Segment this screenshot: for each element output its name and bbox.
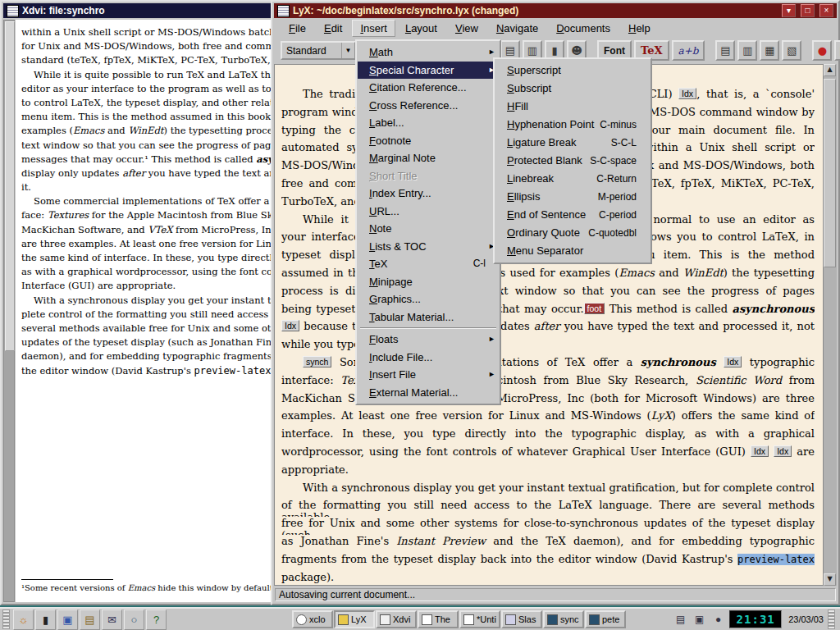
synch-inset-chip[interactable]: synch — [303, 356, 331, 368]
doc-line: Some commercial implementations of TeX o… — [21, 195, 272, 209]
menu-item-include-file[interactable]: Include File... — [358, 349, 499, 367]
system-tray: ▤▣● — [672, 611, 727, 628]
app-icon — [422, 614, 432, 625]
xdvi-scrollbar-thumb[interactable] — [5, 21, 15, 351]
menu-item-hyphenation-point[interactable]: Hyphenation PointC-minus — [495, 116, 650, 134]
menu-item-ordinary-quote[interactable]: Ordinary QuoteC-quotedbl — [495, 224, 650, 242]
menu-insert[interactable]: Insert — [352, 20, 395, 37]
scroll-down-icon[interactable]: ▼ — [824, 573, 836, 586]
document-scrollbar[interactable]: ▲ ▼ — [823, 64, 837, 586]
menu-item-index-entry[interactable]: Index Entry... — [358, 185, 499, 203]
power-tray-icon[interactable]: ● — [710, 611, 727, 628]
menu-help[interactable]: Help — [620, 20, 659, 37]
menu-item-ligature-break[interactable]: Ligature BreakS-C-L — [495, 134, 650, 152]
figure-icon[interactable]: ▤ — [715, 40, 735, 61]
menu-item-special-character[interactable]: Special Character► — [358, 62, 499, 80]
taskbar-window-slas[interactable]: Slas — [501, 610, 542, 628]
menu-item-label[interactable]: Label... — [358, 114, 499, 132]
taskbar-window-unti[interactable]: *Unti — [459, 610, 500, 628]
submenu-arrow-icon: ► — [488, 366, 495, 384]
doc-line: editor as your interface to the program … — [21, 83, 272, 97]
xdvi-vertical-scrollbar[interactable] — [3, 20, 15, 602]
table-grid-button[interactable]: ▦ — [834, 40, 840, 61]
menu-item-ellipsis[interactable]: EllipsisM-period — [495, 188, 650, 206]
menu-item-minipage[interactable]: Minipage — [358, 273, 499, 291]
menu-item-menu-separator[interactable]: Menu Separator — [495, 242, 650, 260]
idx-inset-chip[interactable]: Idx — [678, 88, 696, 99]
taskbar-window-xdvi[interactable]: Xdvi — [376, 610, 417, 628]
menu-file[interactable]: File — [281, 20, 314, 37]
menu-item-insert-file[interactable]: Insert File► — [358, 366, 499, 384]
taskbar-window-lyx[interactable]: LyX — [334, 610, 375, 628]
menu-item-url[interactable]: URL... — [358, 203, 499, 221]
close-button[interactable]: × — [819, 4, 833, 17]
menu-item-hfill[interactable]: HFill — [495, 98, 650, 116]
idx-inset-chip[interactable]: Idx — [724, 356, 742, 368]
selected-text[interactable]: preview-latex — [737, 554, 815, 565]
taskbar: ☼▮▣▤✉○? xcloLyXXdviThe*UntiSlassyncpete … — [0, 607, 840, 630]
menu-view[interactable]: View — [447, 20, 486, 37]
idx-inset-chip[interactable]: Idx — [774, 445, 792, 457]
scrollbar-thumb[interactable] — [824, 79, 836, 267]
menu-item-end-of-sentence[interactable]: End of SentenceC-period — [495, 206, 650, 224]
menu-item-graphics[interactable]: Graphics... — [358, 290, 499, 308]
menu-item-superscript[interactable]: Superscript — [495, 62, 650, 80]
k-menu-button[interactable]: ☼ — [13, 609, 34, 630]
display-launcher[interactable]: ▣ — [57, 609, 78, 630]
xdvi-titlebar[interactable]: Xdvi: file:synchro — [3, 3, 272, 18]
taskbar-window-sync[interactable]: sync — [543, 610, 584, 628]
menu-item-cross-reference[interactable]: Cross Reference... — [358, 97, 499, 115]
hfill-dot-button[interactable]: ● — [812, 40, 832, 61]
lyx-titlebar[interactable]: LyX: ~/doc/beginlatex/src/synchro.lyx (c… — [274, 3, 837, 18]
menu-item-protected-blank[interactable]: Protected BlankS-C-space — [495, 152, 650, 170]
idx-inset-chip[interactable]: Idx — [751, 445, 769, 457]
menu-documents[interactable]: Documents — [548, 20, 619, 37]
digital-clock[interactable]: 21:31 — [729, 610, 782, 628]
doc-line: With a synchronous display you get your … — [281, 482, 815, 500]
window-list: xcloLyXXdviThe*UntiSlassyncpete — [292, 610, 627, 628]
files-launcher[interactable]: ▤ — [80, 609, 100, 630]
taskbar-window-the[interactable]: The — [418, 610, 459, 628]
menu-item-marginal-note[interactable]: Marginal Note — [358, 149, 499, 167]
menu-item-floats[interactable]: Floats► — [358, 331, 499, 349]
app-icon — [547, 614, 558, 625]
panel-handle-right[interactable] — [828, 609, 835, 629]
table-icon[interactable]: ▥ — [737, 40, 757, 61]
menu-item-citation-reference[interactable]: Citation Reference... — [358, 79, 499, 97]
minimize-button[interactable]: ▾ — [782, 4, 796, 17]
display-tray-icon[interactable]: ▣ — [691, 611, 708, 628]
list-icon[interactable]: ▦ — [760, 40, 779, 61]
menu-item-lists-toc[interactable]: Lists & TOC► — [358, 238, 499, 256]
menu-item-tex[interactable]: TeXC-l — [358, 255, 499, 273]
menu-layout[interactable]: Layout — [397, 20, 445, 37]
mail-launcher[interactable]: ✉ — [102, 609, 122, 630]
math-button[interactable]: a+b — [672, 40, 705, 61]
browser-launcher[interactable]: ○ — [124, 609, 144, 630]
panel-handle[interactable] — [2, 609, 10, 629]
shortcut-label: C-Return — [596, 170, 646, 188]
clipboard-tray-icon[interactable]: ▤ — [672, 611, 689, 628]
menu-item-external-material[interactable]: External Material... — [358, 384, 499, 402]
maximize-button[interactable]: □ — [801, 4, 815, 17]
menu-item-subscript[interactable]: Subscript — [495, 80, 650, 98]
menu-item-footnote[interactable]: Footnote — [358, 132, 499, 150]
num-list-icon[interactable]: ▧ — [782, 40, 801, 61]
combo-dropdown-icon[interactable]: ▼ — [341, 43, 354, 58]
idx-inset-chip[interactable]: Idx — [281, 320, 299, 331]
foot-inset-chip[interactable]: foot — [584, 303, 605, 314]
xdvi-window-icon[interactable] — [7, 5, 19, 17]
menu-item-note[interactable]: Note — [358, 220, 499, 238]
menu-item-linebreak[interactable]: LinebreakC-Return — [495, 170, 650, 188]
taskbar-window-pete[interactable]: pete — [585, 610, 626, 628]
terminal-launcher[interactable]: ▮ — [35, 609, 56, 630]
paragraph-style-combo[interactable]: Standard ▼ — [281, 41, 356, 60]
scroll-up-icon[interactable]: ▲ — [824, 64, 836, 76]
menu-edit[interactable]: Edit — [316, 20, 350, 37]
menu-item-tabular-material[interactable]: Tabular Material... — [358, 308, 499, 326]
help-launcher[interactable]: ? — [146, 609, 167, 630]
app-icon — [505, 614, 516, 625]
menu-item-math[interactable]: Math► — [358, 43, 499, 62]
menu-navigate[interactable]: Navigate — [488, 20, 546, 37]
taskbar-window-xclo[interactable]: xclo — [292, 610, 333, 628]
lyx-window-icon[interactable] — [277, 5, 290, 17]
